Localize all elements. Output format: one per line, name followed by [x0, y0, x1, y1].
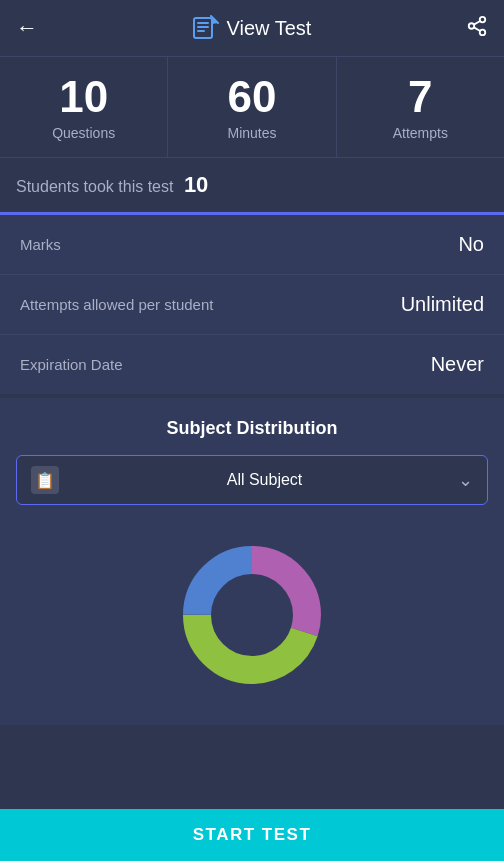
- marks-label: Marks: [20, 236, 61, 253]
- info-section: Marks No Attempts allowed per student Un…: [0, 215, 504, 394]
- share-button[interactable]: [466, 15, 488, 41]
- header-title-container: View Test: [193, 15, 312, 41]
- expiration-value: Never: [431, 353, 484, 376]
- marks-row: Marks No: [0, 215, 504, 275]
- stat-attempts: 7 Attempts: [337, 57, 504, 157]
- stat-questions: 10 Questions: [0, 57, 168, 157]
- svg-point-3: [480, 30, 486, 35]
- minutes-label: Minutes: [227, 125, 276, 141]
- svg-line-4: [474, 27, 480, 31]
- back-button[interactable]: ←: [16, 17, 38, 39]
- students-took-row: Students took this test 10: [0, 158, 504, 215]
- minutes-number: 60: [228, 75, 277, 119]
- attempts-allowed-value: Unlimited: [401, 293, 484, 316]
- stats-row: 10 Questions 60 Minutes 7 Attempts: [0, 56, 504, 158]
- donut-chart-container: [16, 525, 488, 705]
- stat-minutes: 60 Minutes: [168, 57, 336, 157]
- view-test-icon: [193, 15, 219, 41]
- header-title-text: View Test: [227, 17, 312, 40]
- subject-dropdown-text: All Subject: [71, 471, 458, 489]
- subject-dropdown-book-icon: 📋: [31, 466, 59, 494]
- attempts-number: 7: [408, 75, 432, 119]
- subject-distribution-section: Subject Distribution 📋 All Subject ⌄: [0, 398, 504, 725]
- svg-point-1: [480, 17, 486, 23]
- questions-label: Questions: [52, 125, 115, 141]
- students-took-label: Students took this test: [16, 178, 173, 195]
- svg-point-2: [469, 23, 475, 29]
- attempts-label: Attempts: [393, 125, 448, 141]
- chevron-down-icon: ⌄: [458, 469, 473, 491]
- donut-chart: [172, 535, 332, 695]
- attempts-allowed-row: Attempts allowed per student Unlimited: [0, 275, 504, 335]
- marks-value: No: [458, 233, 484, 256]
- start-test-button[interactable]: START TEST: [0, 809, 504, 861]
- share-icon: [466, 15, 488, 37]
- expiration-row: Expiration Date Never: [0, 335, 504, 394]
- subject-dropdown[interactable]: 📋 All Subject ⌄: [16, 455, 488, 505]
- subject-distribution-title: Subject Distribution: [16, 418, 488, 439]
- attempts-allowed-label: Attempts allowed per student: [20, 296, 213, 313]
- svg-line-5: [474, 21, 480, 25]
- expiration-label: Expiration Date: [20, 356, 123, 373]
- header: ← View Test: [0, 0, 504, 56]
- students-took-count: 10: [184, 172, 208, 197]
- questions-number: 10: [59, 75, 108, 119]
- svg-point-9: [214, 577, 290, 653]
